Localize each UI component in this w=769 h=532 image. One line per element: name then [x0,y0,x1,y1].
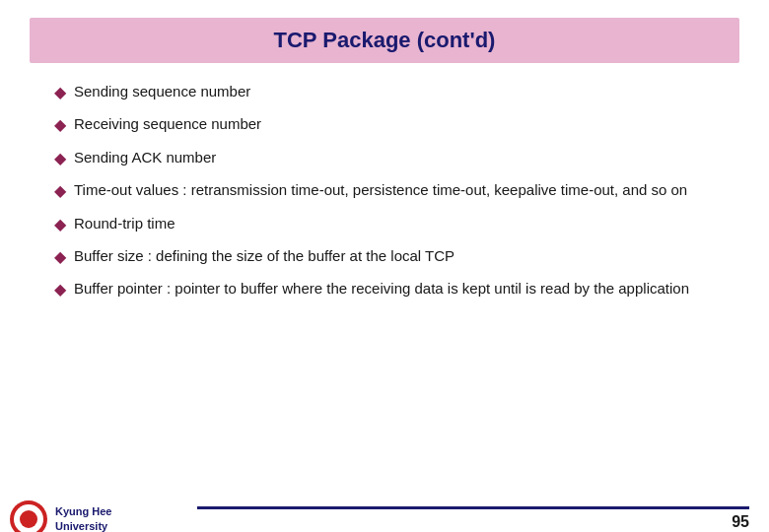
bullet-icon-5: ◆ [54,214,66,235]
bullet-icon-7: ◆ [54,279,66,300]
university-name-line2: University [55,519,111,533]
university-name-line1: Kyung Hee [55,504,111,518]
list-item: ◆ Sending sequence number [54,81,715,103]
bullet-text-1: Sending sequence number [74,81,715,101]
content-area: ◆ Sending sequence number ◆ Receiving se… [0,81,769,301]
slide-title: TCP Package (cont'd) [274,28,496,52]
university-logo [10,500,47,533]
bullet-icon-4: ◆ [54,180,66,202]
slide-container: TCP Package (cont'd) ◆ Sending sequence … [0,18,769,532]
bullet-text-5: Round-trip time [74,213,715,233]
list-item: ◆ Round-trip time [54,213,715,235]
bullet-icon-3: ◆ [54,148,66,169]
university-name: Kyung Hee University [55,504,111,532]
list-item: ◆ Buffer size : defining the size of the… [54,245,715,268]
bullet-text-3: Sending ACK number [74,147,715,167]
bullet-text-7: Buffer pointer : pointer to buffer where… [74,278,715,299]
bullet-text-6: Buffer size : defining the size of the b… [74,245,715,266]
page-number: 95 [732,513,749,531]
list-item: ◆ Sending ACK number [54,147,715,169]
bullet-icon-1: ◆ [54,82,66,103]
footer-divider-line [197,506,749,509]
bullet-icon-2: ◆ [54,114,66,136]
logo-inner [14,504,43,533]
bullet-icon-6: ◆ [54,246,66,268]
footer-logo-area: Kyung Hee University [10,500,111,533]
footer: Kyung Hee University 95 [0,496,769,532]
bullet-text-4: Time-out values : retransmission time-ou… [74,179,715,200]
list-item: ◆ Buffer pointer : pointer to buffer whe… [54,278,715,300]
footer-right: 95 [197,506,749,531]
bullet-text-2: Receiving sequence number [74,113,715,134]
title-bar: TCP Package (cont'd) [30,18,739,63]
list-item: ◆ Time-out values : retransmission time-… [54,179,715,202]
list-item: ◆ Receiving sequence number [54,113,715,136]
logo-core [20,510,37,528]
